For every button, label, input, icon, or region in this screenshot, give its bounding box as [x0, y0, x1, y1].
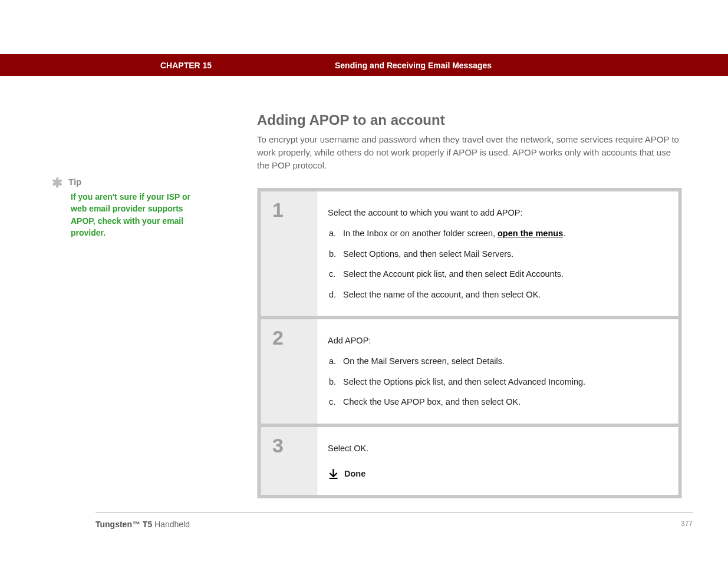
step-intro: Add APOP:: [328, 333, 663, 348]
sub-letter: b.: [329, 247, 341, 262]
step-number: 1: [272, 200, 317, 220]
page-number: 377: [681, 520, 693, 529]
done-label: Done: [344, 467, 365, 481]
tip-label: Tip: [68, 177, 81, 187]
sub-step: d. Select the name of the account, and t…: [329, 287, 663, 302]
tip-sidebar: ✱ Tip If you aren't sure if your ISP or …: [52, 177, 211, 239]
sub-text: Check the Use APOP box, and then select …: [343, 397, 521, 406]
chapter-bar: CHAPTER 15 Sending and Receiving Email M…: [0, 54, 728, 76]
section-title: Adding APOP to an account: [257, 112, 681, 128]
steps-frame: 1 Select the account to which you want t…: [257, 188, 681, 498]
sub-letter: c.: [329, 267, 341, 282]
sub-text: On the Mail Servers screen, select Detai…: [343, 356, 505, 366]
sub-step: a. On the Mail Servers screen, select De…: [329, 354, 663, 369]
section-body: To encrypt your username and password wh…: [257, 133, 681, 171]
sub-letter: d.: [329, 287, 341, 302]
step-intro: Select the account to which you want to …: [328, 206, 663, 220]
sub-text: Select the Options pick list, and then s…: [343, 377, 585, 386]
sub-step: a. In the Inbox or on another folder scr…: [329, 226, 663, 241]
tip-body: If you aren't sure if your ISP or web em…: [71, 191, 195, 239]
sub-suffix: .: [563, 229, 565, 238]
step-1: 1 Select the account to which you want t…: [261, 191, 678, 316]
sub-step: c. Select the Account pick list, and the…: [329, 267, 663, 282]
asterisk-icon: ✱: [52, 177, 62, 190]
chapter-title: Sending and Receiving Email Messages: [335, 61, 663, 70]
step-number: 2: [272, 328, 317, 348]
sub-letter: a.: [329, 226, 341, 241]
done-row: Done: [328, 467, 663, 481]
sub-step: c. Check the Use APOP box, and then sele…: [329, 395, 663, 409]
footer-divider: [95, 513, 693, 513]
sub-step: b. Select the Options pick list, and the…: [329, 375, 663, 389]
sub-text: Select Options, and then select Mail Ser…: [343, 249, 513, 259]
step-intro: Select OK.: [328, 441, 663, 456]
done-arrow-icon: [328, 468, 338, 479]
sub-text: In the Inbox or on another folder screen…: [343, 229, 498, 238]
step-2: 2 Add APOP: a. On the Mail Servers scree…: [261, 319, 678, 424]
sub-text: Select the name of the account, and then…: [343, 290, 541, 299]
sub-letter: c.: [329, 395, 341, 409]
step-3: 3 Select OK. Done: [261, 427, 678, 495]
sub-text: Select the Account pick list, and then s…: [343, 269, 564, 279]
step-number: 3: [272, 435, 317, 455]
sub-letter: b.: [329, 375, 341, 389]
chapter-label: CHAPTER 15: [160, 61, 335, 70]
open-menus-link[interactable]: open the menus: [498, 229, 563, 238]
product-name: Tungsten™ T5 Handheld: [95, 520, 190, 529]
page-footer: Tungsten™ T5 Handheld 377: [95, 520, 693, 529]
sub-letter: a.: [329, 354, 341, 369]
sub-step: b. Select Options, and then select Mail …: [329, 247, 663, 262]
